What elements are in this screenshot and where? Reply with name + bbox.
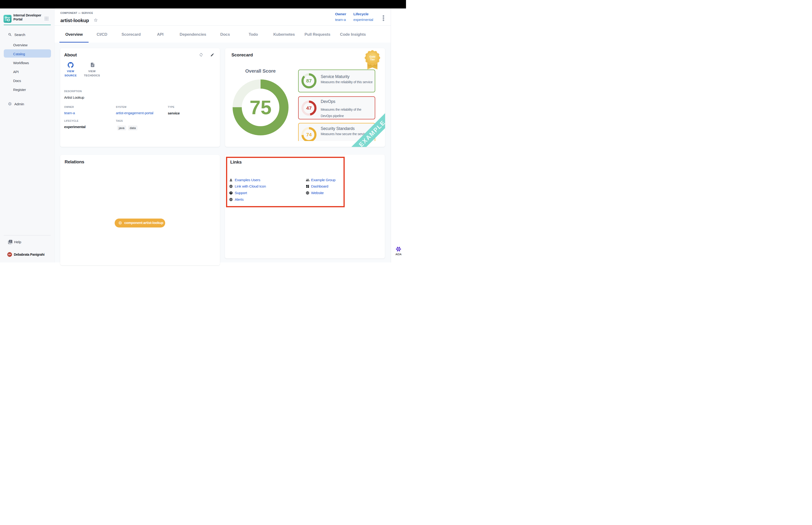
svg-text:Gold: Gold bbox=[369, 55, 375, 58]
svg-text:47: 47 bbox=[306, 105, 311, 111]
svg-text:Tier: Tier bbox=[370, 58, 375, 61]
svg-text:74: 74 bbox=[306, 132, 312, 137]
svg-text:87: 87 bbox=[306, 78, 311, 84]
svg-text:?: ? bbox=[10, 240, 11, 242]
